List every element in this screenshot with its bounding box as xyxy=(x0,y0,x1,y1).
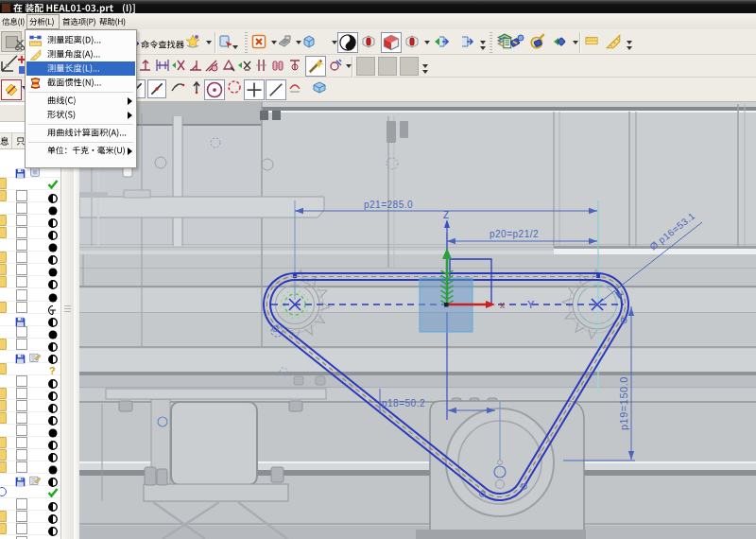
svg-text:Z: Z xyxy=(443,210,450,220)
svg-text:p19=150.0: p19=150.0 xyxy=(618,376,629,430)
svg-text:Y: Y xyxy=(527,299,535,310)
svg-text:p18=50.2: p18=50.2 xyxy=(382,398,425,409)
svg-text:x: x xyxy=(500,300,506,310)
svg-text:p20=p21/2: p20=p21/2 xyxy=(490,229,539,239)
svg-text:p21=285.0: p21=285.0 xyxy=(364,200,413,210)
